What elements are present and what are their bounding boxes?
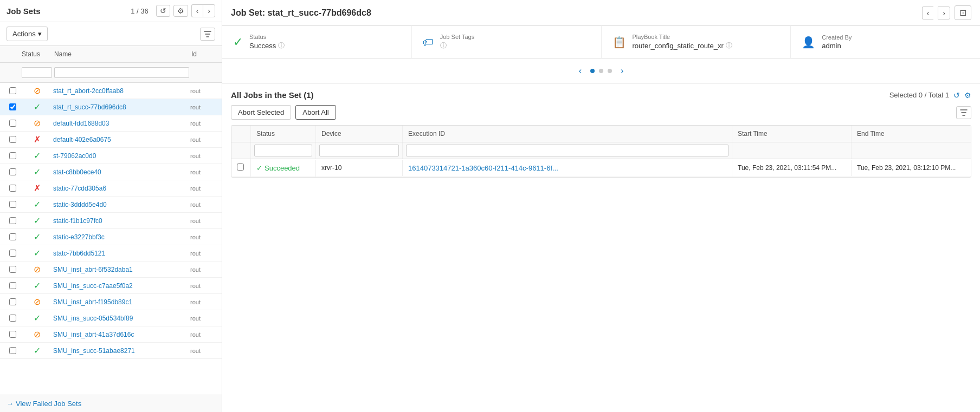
table-row[interactable]: ✓ stat-c8bb0ece40 rout xyxy=(0,164,222,180)
left-footer: → View Failed Job Sets xyxy=(0,395,222,412)
jobs-toolbar: Abort Selected Abort All xyxy=(231,105,971,120)
info-icon[interactable]: ⓘ xyxy=(278,41,285,50)
table-row[interactable]: ✗ default-402e6a0675 rout xyxy=(0,132,222,148)
jobs-data-row-0[interactable]: ✓ Succeeded xrvr-10 1614073314721-1a360c… xyxy=(231,159,971,177)
row-checkbox[interactable] xyxy=(9,152,16,159)
table-row[interactable]: ✓ static-3dddd5e4d0 rout xyxy=(0,197,222,213)
view-failed-link[interactable]: → View Failed Job Sets xyxy=(7,400,215,408)
view-failed-label: View Failed Job Sets xyxy=(16,400,81,408)
carousel-prev[interactable]: ‹ xyxy=(575,64,586,78)
table-row[interactable]: ⊘ SMU_inst_abrt-f195db89c1 rout xyxy=(0,294,222,310)
jobs-filter-button[interactable] xyxy=(956,106,971,119)
table-row[interactable]: ⊘ SMU_inst_abrt-41a37d616c rout xyxy=(0,326,222,343)
row-checkbox[interactable] xyxy=(9,185,16,192)
settings-button[interactable]: ⚙ xyxy=(173,5,188,17)
jobs-refresh-button[interactable]: ↺ xyxy=(953,91,960,100)
left-toolbar: Actions ▾ xyxy=(0,22,222,46)
status-aborted-icon: ⊘ xyxy=(34,297,41,307)
table-row[interactable]: ✓ SMU_ins_succ-05d534bf89 rout xyxy=(0,310,222,326)
table-row[interactable]: ✓ SMU_ins_succ-c7aae5f0a2 rout xyxy=(0,278,222,294)
row-id: rout xyxy=(190,136,217,143)
more-options-button[interactable]: ⊡ xyxy=(955,5,971,20)
table-header: Status Name Id xyxy=(0,46,222,63)
right-header-actions: ‹ › ⊡ xyxy=(922,5,971,20)
abort-selected-button[interactable]: Abort Selected xyxy=(231,105,291,120)
carousel-dots: ‹ › xyxy=(222,58,980,84)
jobs-meta: Selected 0 / Total 1 ↺ ⚙ xyxy=(889,91,971,100)
row-checkbox[interactable] xyxy=(9,315,16,322)
jobs-row-starttime: Tue, Feb 23, 2021, 03:11:54 PM... xyxy=(732,160,852,176)
row-checkbox[interactable] xyxy=(9,282,16,289)
right-nav-prev[interactable]: ‹ xyxy=(922,6,934,19)
row-name: SMU_ins_succ-05d534bf89 xyxy=(53,315,190,322)
card-value-3: admin xyxy=(822,42,852,50)
jobs-row-checkbox[interactable] xyxy=(237,164,244,171)
row-name: SMU_inst_abrt-6f532daba1 xyxy=(53,266,190,273)
row-checkbox[interactable] xyxy=(9,298,16,305)
status-aborted-icon: ⊘ xyxy=(34,86,41,96)
row-name: static-e3227bbf3c xyxy=(53,233,190,241)
table-row[interactable]: ⊘ default-fdd1688d03 rout xyxy=(0,115,222,132)
abort-all-button[interactable]: Abort All xyxy=(295,105,336,120)
jobs-device-filter[interactable] xyxy=(319,145,399,156)
filter-button[interactable] xyxy=(200,28,215,41)
jobs-row-endtime: Tue, Feb 23, 2021, 03:12:10 PM... xyxy=(852,160,971,176)
row-checkbox[interactable] xyxy=(9,168,16,175)
info-icon[interactable]: ⓘ xyxy=(440,41,447,50)
execution-id-link[interactable]: 1614073314721-1a360c60-f211-414c-9611-6f… xyxy=(408,164,558,172)
row-checkbox[interactable] xyxy=(9,331,16,338)
row-checkbox[interactable] xyxy=(9,103,16,110)
nav-arrows: ‹ › xyxy=(191,4,215,17)
name-filter-input[interactable] xyxy=(54,67,189,78)
table-row[interactable]: ✓ stat_rt_succ-77bd696dc8 rout xyxy=(0,99,222,115)
row-checkbox[interactable] xyxy=(9,266,16,273)
row-checkbox[interactable] xyxy=(9,347,16,354)
detail-card-3: 👤 Created By admin xyxy=(791,26,980,58)
row-id: rout xyxy=(190,218,217,224)
row-id: rout xyxy=(190,153,217,159)
status-filter-input[interactable] xyxy=(22,67,52,78)
info-icon[interactable]: ⓘ xyxy=(726,41,732,50)
right-panel: Job Set: stat_rt_succ-77bd696dc8 ‹ › ⊡ ✓… xyxy=(222,0,980,412)
status-aborted-icon: ⊘ xyxy=(34,118,41,128)
row-checkbox[interactable] xyxy=(9,233,16,240)
jobs-settings-button[interactable]: ⚙ xyxy=(964,91,971,100)
jobs-filter-row xyxy=(231,142,971,159)
view-failed-arrow: → xyxy=(7,400,14,408)
table-row[interactable]: ✓ static-e3227bbf3c rout xyxy=(0,229,222,245)
row-checkbox[interactable] xyxy=(9,201,16,208)
row-id: rout xyxy=(190,201,217,208)
table-row[interactable]: ✓ static-f1b1c97fc0 rout xyxy=(0,213,222,229)
row-checkbox[interactable] xyxy=(9,120,16,127)
right-panel-title: Job Set: stat_rt_succ-77bd696dc8 xyxy=(231,8,371,18)
table-row[interactable]: ✗ static-77cdd305a6 rout xyxy=(0,180,222,197)
table-row[interactable]: ✓ SMU_ins_succ-51abae8271 rout xyxy=(0,343,222,359)
nav-next-button[interactable]: › xyxy=(203,4,215,17)
status-success-icon: ✓ xyxy=(34,167,41,177)
jobs-status-filter[interactable] xyxy=(254,145,312,156)
right-nav-next[interactable]: › xyxy=(938,6,950,19)
refresh-button[interactable]: ↺ xyxy=(156,5,170,17)
carousel-next[interactable]: › xyxy=(616,64,628,78)
row-id: rout xyxy=(190,169,217,175)
row-checkbox[interactable] xyxy=(9,217,16,224)
row-checkbox[interactable] xyxy=(9,87,16,94)
jobs-col-header-5: End Time xyxy=(852,126,971,142)
jobs-header: All Jobs in the Set (1) Selected 0 / Tot… xyxy=(231,90,971,100)
jobs-execid-filter[interactable] xyxy=(406,145,728,156)
table-row[interactable]: ⊘ stat_rt_abort-2cc0ffaab8 rout xyxy=(0,83,222,99)
actions-button[interactable]: Actions ▾ xyxy=(7,27,48,41)
table-row[interactable]: ✓ st-79062ac0d0 rout xyxy=(0,148,222,164)
nav-prev-button[interactable]: ‹ xyxy=(191,4,203,17)
left-table-body: ⊘ stat_rt_abort-2cc0ffaab8 rout ✓ stat_r… xyxy=(0,83,222,395)
user-icon: 👤 xyxy=(802,36,815,48)
status-success-icon: ✓ xyxy=(34,199,41,210)
table-row[interactable]: ⊘ SMU_inst_abrt-6f532daba1 rout xyxy=(0,261,222,278)
row-checkbox[interactable] xyxy=(9,136,16,143)
table-row[interactable]: ✓ statc-7bb6dd5121 rout xyxy=(0,245,222,261)
row-checkbox[interactable] xyxy=(9,250,16,257)
row-id: rout xyxy=(190,283,217,289)
row-id: rout xyxy=(190,331,217,338)
status-success-icon: ✓ xyxy=(34,232,41,242)
actions-label: Actions xyxy=(12,30,36,38)
